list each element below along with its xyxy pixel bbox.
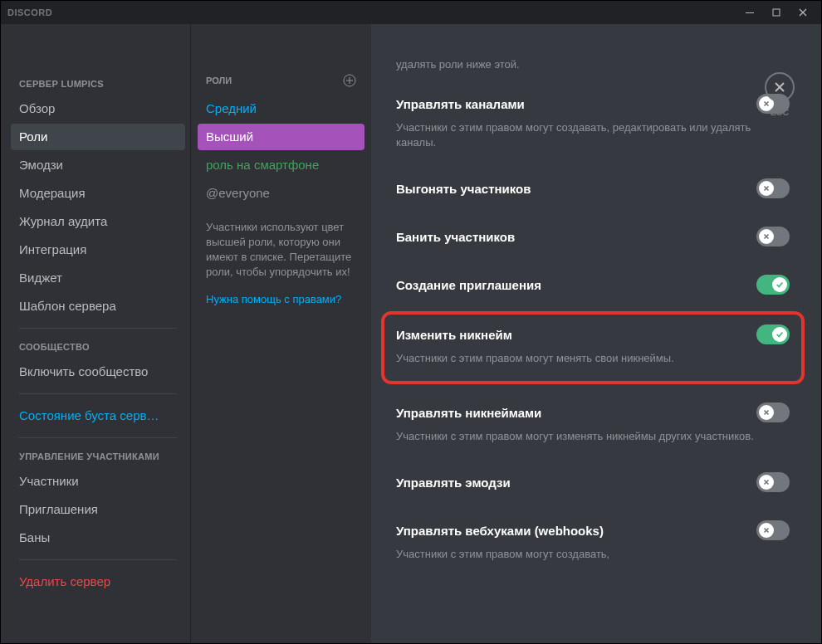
permission-description: Участники с этим правом могут менять сво… [396, 351, 790, 366]
sidebar-item-invites[interactable]: Приглашения [11, 496, 185, 523]
sidebar-item-integrations[interactable]: Интеграция [11, 237, 185, 263]
sidebar-item-moderation[interactable]: Модерация [11, 180, 185, 207]
permission-description: Участники с этим правом могут создавать,… [396, 120, 790, 150]
toggle-knob [759, 405, 774, 420]
svg-rect-1 [773, 9, 780, 16]
close-settings-button[interactable]: ESC [765, 72, 795, 117]
toggle-knob [759, 181, 774, 196]
sidebar-item-members[interactable]: Участники [11, 468, 185, 495]
divider [19, 328, 177, 329]
sidebar-item-template[interactable]: Шаблон сервера [11, 293, 185, 320]
permission-toggle[interactable] [756, 520, 790, 540]
sidebar-item-emoji[interactable]: Эмодзи [11, 152, 185, 178]
permission-item: Управлять вебхуками (webhooks)Участники … [396, 505, 790, 575]
permission-item: Банить участников [396, 212, 790, 260]
permission-item: Изменить никнеймУчастники с этим правом … [396, 324, 790, 366]
permission-title: Создание приглашения [396, 278, 541, 292]
app-name: DISCORD [7, 7, 52, 17]
sidebar-item-widget[interactable]: Виджет [11, 265, 185, 291]
titlebar: DISCORD [1, 1, 821, 24]
highlighted-permission: Изменить никнеймУчастники с этим правом … [381, 311, 805, 384]
permission-title: Управлять никнеймами [396, 406, 541, 420]
sidebar-item-overview[interactable]: Обзор [11, 95, 185, 122]
divider [19, 393, 177, 394]
sidebar-item-audit-log[interactable]: Журнал аудита [11, 208, 185, 235]
permission-item: Управлять никнеймамиУчастники с этим пра… [396, 388, 790, 457]
svg-rect-0 [746, 12, 754, 13]
permission-title: Выгонять участников [396, 182, 531, 196]
sidebar-item-roles[interactable]: Роли [11, 124, 185, 150]
role-item[interactable]: @everyone [198, 180, 365, 207]
close-icon [765, 72, 795, 102]
toggle-knob [759, 475, 774, 490]
minimize-button[interactable] [738, 4, 761, 21]
roles-column: РОЛИ СреднийВысшийроль на смартфоне@ever… [190, 24, 371, 643]
close-button[interactable] [791, 4, 815, 21]
permissions-panel: удалять роли ниже этой. Управлять канала… [371, 24, 821, 643]
sidebar-item-bans[interactable]: Баны [11, 524, 185, 551]
sidebar-item-delete-server[interactable]: Удалить сервер [11, 568, 185, 595]
sidebar-item-enable-community[interactable]: Включить сообщество [11, 359, 185, 385]
toggle-knob [772, 327, 787, 342]
permission-title: Управлять эмодзи [396, 476, 511, 490]
permission-toggle[interactable] [756, 324, 790, 344]
permission-item: Управлять каналамиУчастники с этим право… [396, 79, 790, 163]
permission-description: Участники с этим правом могут изменять н… [396, 429, 790, 444]
permission-title: Изменить никнейм [396, 328, 512, 342]
roles-hint: Участники используют цвет высшей роли, к… [198, 208, 365, 286]
sidebar-item-boost-status[interactable]: Состояние буста серв… [11, 402, 185, 429]
permission-toggle[interactable] [756, 472, 790, 492]
maximize-button[interactable] [765, 4, 788, 21]
divider [19, 437, 177, 438]
role-item[interactable]: роль на смартфоне [198, 152, 365, 178]
add-role-icon[interactable] [343, 74, 356, 87]
sidebar-community-header: СООБЩЕСТВО [11, 337, 185, 357]
permission-item: Управлять эмодзи [396, 457, 790, 505]
toggle-knob [759, 229, 774, 244]
permission-item: Выгонять участников [396, 163, 790, 212]
roles-help-link[interactable]: Нужна помощь с правами? [198, 286, 365, 312]
esc-label: ESC [771, 107, 790, 117]
sidebar-members-header: УПРАВЛЕНИЕ УЧАСТНИКАМИ [11, 446, 185, 466]
permission-toggle[interactable] [756, 227, 790, 246]
permission-title: Управлять каналами [396, 97, 525, 111]
permission-toggle[interactable] [756, 275, 790, 295]
permission-toggle[interactable] [756, 178, 790, 198]
role-item[interactable]: Средний [198, 95, 365, 122]
permission-description: Участники с этим правом могут создавать, [396, 547, 790, 562]
permission-title: Управлять вебхуками (webhooks) [396, 524, 604, 538]
sidebar-server-header: СЕРВЕР LUMPICS [11, 74, 185, 94]
perm-desc-fragment: удалять роли ниже этой. [396, 57, 790, 79]
roles-header-title: РОЛИ [206, 76, 232, 85]
permission-title: Банить участников [396, 230, 515, 244]
role-item[interactable]: Высший [198, 124, 365, 150]
toggle-knob [759, 523, 774, 538]
permission-toggle[interactable] [756, 402, 790, 422]
settings-sidebar: СЕРВЕР LUMPICS Обзор Роли Эмодзи Модерац… [1, 24, 190, 643]
toggle-knob [772, 277, 787, 292]
permission-item: Создание приглашения [396, 260, 790, 308]
divider [19, 559, 177, 560]
